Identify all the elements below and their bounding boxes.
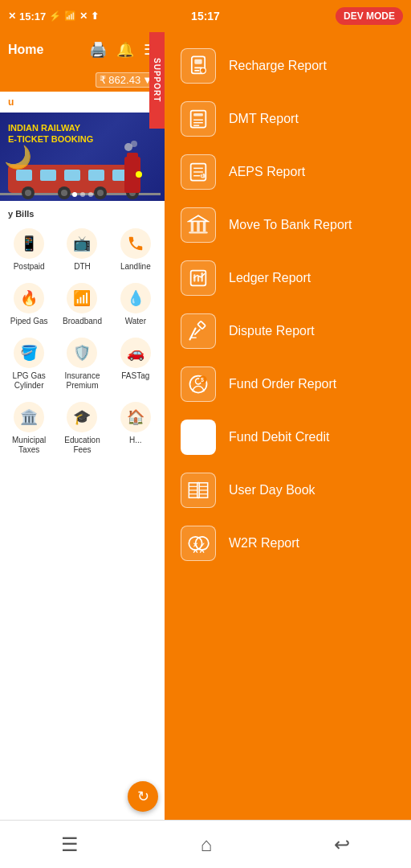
fund-debit-credit-label: Fund Debit Credit — [229, 429, 329, 446]
piped-gas-icon: 🔥 — [14, 283, 44, 313]
service-insurance[interactable]: 🛡️ Insurance Premium — [56, 331, 108, 394]
refresh-icon: ↻ — [137, 788, 149, 805]
svg-text:$: $ — [201, 174, 204, 178]
fastag-label: FASTag — [121, 371, 149, 381]
bank-icon — [187, 214, 210, 236]
service-broadband[interactable]: 📶 Broadband — [56, 276, 108, 330]
left-panel: Home 🖨️ 🔔 ☰ ₹ 862.43 ▼ u INDIAN RAILWAY … — [0, 32, 165, 820]
right-panel-menu: ↑ Recharge Report DMT Report — [165, 32, 411, 820]
svg-rect-5 — [88, 170, 104, 181]
services-title: y Bills — [0, 206, 165, 222]
service-fastag[interactable]: 🚗 FASTag — [110, 331, 161, 394]
cross-icon: ✕ — [79, 10, 87, 22]
menu-item-w2r-report[interactable]: ✕ ✓ W2R Report — [181, 518, 395, 569]
nav-home-icon[interactable]: ⌂ — [201, 833, 213, 856]
svg-point-12 — [97, 190, 104, 196]
menu-item-move-to-bank-report[interactable]: Move To Bank Report — [181, 199, 395, 251]
dispute-report-icon-box — [181, 313, 216, 349]
fund-debit-icon-box — [181, 420, 216, 455]
dmt-report-label: DMT Report — [229, 111, 299, 128]
insurance-label: Insurance Premium — [59, 371, 104, 391]
svg-rect-39 — [197, 221, 200, 231]
menu-item-fund-debit-credit[interactable]: Fund Debit Credit — [181, 411, 395, 463]
nav-back-icon[interactable]: ↩ — [334, 833, 350, 856]
menu-item-dispute-report[interactable]: Dispute Report — [181, 305, 395, 357]
service-education[interactable]: 🎓 Education Fees — [56, 395, 108, 458]
svg-text:↑: ↑ — [201, 69, 203, 74]
fastag-icon: 🚗 — [120, 338, 151, 368]
dmt-icon — [187, 108, 210, 130]
service-piped-gas[interactable]: 🔥 Piped Gas — [3, 276, 55, 330]
w2r-report-label: W2R Report — [229, 535, 299, 552]
service-water[interactable]: 💧 Water — [110, 276, 161, 330]
service-home[interactable]: 🏠 H... — [110, 395, 161, 458]
user-info: u — [0, 92, 165, 113]
dispute-icon — [187, 320, 210, 342]
menu-item-recharge-report[interactable]: ↑ Recharge Report — [181, 40, 395, 92]
dot-2 — [80, 192, 85, 197]
home-service-label: H... — [129, 436, 142, 445]
balance-dropdown[interactable]: ₹ 862.43 ▼ — [96, 72, 157, 88]
dot-1 — [72, 192, 77, 197]
menu-item-ledger-report[interactable]: Ledger Report — [181, 252, 395, 304]
aeps-report-label: AEPS Report — [229, 164, 305, 181]
aeps-icon: $ — [187, 161, 210, 183]
support-strip[interactable]: SUPPORT — [149, 32, 165, 129]
app-title: Home — [8, 43, 43, 57]
fund-order-icon-box: $ — [181, 366, 216, 402]
dev-mode-badge: DEV MODE — [336, 7, 403, 25]
ledger-icon — [187, 267, 210, 289]
recharge-report-label: Recharge Report — [229, 58, 327, 75]
service-postpaid[interactable]: 📱 Postpaid — [3, 222, 55, 275]
app-header: Home 🖨️ 🔔 ☰ — [0, 32, 165, 68]
menu-item-dmt-report[interactable]: DMT Report — [181, 93, 395, 145]
bank-report-icon-box — [181, 207, 216, 243]
w2r-report-icon-box: ✕ ✓ — [181, 526, 216, 561]
home-service-icon: 🏠 — [120, 402, 151, 432]
postpaid-label: Postpaid — [14, 262, 45, 272]
service-municipal[interactable]: 🏛️ Municipal Taxes — [3, 395, 55, 458]
header-icons: 🖨️ 🔔 ☰ — [89, 41, 157, 59]
service-landline[interactable]: Landline — [110, 222, 161, 275]
menu-item-aeps-report[interactable]: $ AEPS Report — [181, 146, 395, 198]
service-dth[interactable]: 📺 DTH — [56, 222, 108, 275]
svg-point-17 — [136, 171, 142, 178]
postpaid-icon: 📱 — [14, 228, 44, 259]
recharge-icon: ↑ — [187, 55, 210, 77]
education-icon: 🎓 — [67, 402, 97, 432]
water-label: Water — [125, 317, 146, 326]
user-day-book-label: User Day Book — [229, 482, 315, 499]
moon-icon: 🌙 — [4, 144, 32, 170]
dth-icon: 📺 — [67, 228, 97, 259]
menu-item-fund-order-report[interactable]: $ Fund Order Report — [181, 358, 395, 410]
svg-rect-16 — [127, 153, 138, 161]
status-left: ✕ 15:17 ⚡ 📶 ✕ ⬆ — [8, 10, 99, 23]
municipal-icon: 🏛️ — [14, 402, 44, 432]
service-lpg[interactable]: 🪣 LPG Gas Cylinder — [3, 331, 55, 394]
printer-icon[interactable]: 🖨️ — [89, 41, 107, 59]
balance-bar: ₹ 862.43 ▼ — [0, 68, 165, 92]
status-time-center: 15:17 — [191, 10, 220, 23]
usb-icon: ⚡ — [49, 10, 61, 22]
user-greeting: u — [8, 96, 14, 108]
fab-button[interactable]: ↻ — [128, 781, 158, 812]
landline-icon — [120, 228, 151, 259]
dmt-report-icon-box — [181, 101, 216, 137]
aeps-report-icon-box: $ — [181, 154, 216, 190]
daybook-icon — [187, 479, 210, 502]
bell-icon[interactable]: 🔔 — [116, 41, 134, 59]
ledger-report-label: Ledger Report — [229, 270, 311, 287]
lpg-label: LPG Gas Cylinder — [6, 371, 51, 391]
banner-line2: E-TICKET BOOKING — [8, 133, 93, 145]
main-area: Home 🖨️ 🔔 ☰ ₹ 862.43 ▼ u INDIAN RAILWAY … — [0, 32, 411, 820]
education-label: Education Fees — [59, 436, 104, 455]
menu-item-user-day-book[interactable]: User Day Book — [181, 465, 395, 516]
svg-rect-27 — [193, 113, 203, 117]
nav-menu-icon[interactable]: ☰ — [61, 833, 79, 856]
svg-point-19 — [131, 141, 137, 147]
services-grid: 📱 Postpaid 📺 DTH Landline 🔥 Piped Gas — [0, 222, 165, 458]
svg-rect-2 — [16, 170, 32, 181]
svg-point-10 — [61, 190, 67, 196]
banner-text: INDIAN RAILWAY E-TICKET BOOKING — [8, 122, 93, 145]
insurance-icon: 🛡️ — [67, 338, 97, 368]
